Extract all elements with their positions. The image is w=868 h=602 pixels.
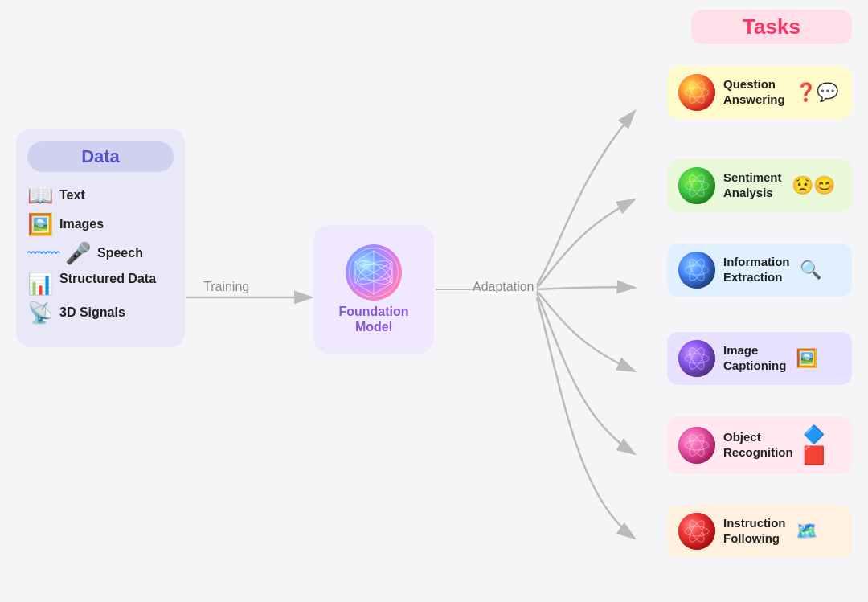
task-orb-or bbox=[678, 427, 715, 464]
if-icon: 🗺️ bbox=[796, 521, 817, 542]
svg-point-19 bbox=[678, 252, 715, 289]
wave-icon: 〰〰〰 bbox=[27, 247, 59, 260]
data-item-3d: 📡 3D Signals bbox=[27, 302, 174, 323]
task-card-if: InstructionFollowing 🗺️ bbox=[667, 505, 852, 558]
task-card-or: ObjectRecognition 🔷🟥 bbox=[667, 416, 852, 474]
training-label: Training bbox=[203, 280, 249, 294]
tasks-header-box: Tasks bbox=[691, 10, 852, 44]
tasks-header-label: Tasks bbox=[743, 14, 800, 39]
signal-icon: 📡 bbox=[27, 302, 53, 323]
data-item-images: 🖼️ Images bbox=[27, 214, 174, 235]
svg-point-31 bbox=[678, 513, 715, 550]
book-icon: 📖 bbox=[27, 185, 53, 206]
task-or-label: ObjectRecognition bbox=[723, 430, 793, 461]
task-orb-if bbox=[678, 513, 715, 550]
foundation-orb bbox=[346, 244, 402, 301]
task-orb-ie bbox=[678, 252, 715, 289]
chart-icon: 📊 bbox=[27, 273, 53, 294]
or-icon: 🔷🟥 bbox=[803, 424, 841, 466]
svg-point-15 bbox=[678, 167, 715, 204]
svg-point-9 bbox=[354, 256, 394, 289]
data-panel: Data 📖 Text 🖼️ Images 〰〰〰 🎤 Speech 📊 Str… bbox=[16, 129, 185, 347]
svg-point-23 bbox=[678, 340, 715, 377]
svg-line-7 bbox=[355, 262, 392, 283]
task-sa-label: SentimentAnalysis bbox=[723, 170, 782, 201]
sa-icon: 😟😊 bbox=[792, 175, 835, 196]
svg-point-3 bbox=[346, 244, 402, 301]
data-item-structured: 📊 Structured Data bbox=[27, 272, 174, 294]
task-orb-qa bbox=[678, 74, 715, 111]
task-orb-sa bbox=[678, 167, 715, 204]
task-card-sa: SentimentAnalysis 😟😊 bbox=[667, 159, 852, 212]
svg-point-11 bbox=[678, 74, 715, 111]
data-label: Data bbox=[27, 141, 174, 172]
images-icon: 🖼️ bbox=[27, 214, 53, 235]
task-card-ie: InformationExtraction 🔍 bbox=[667, 244, 852, 297]
task-orb-ic bbox=[678, 340, 715, 377]
task-card-qa: QuestionAnswering ❓💬 bbox=[667, 66, 852, 119]
foundation-label: Foundation Model bbox=[338, 304, 408, 334]
data-item-text: 📖 Text bbox=[27, 185, 174, 206]
task-qa-label: QuestionAnswering bbox=[723, 77, 785, 108]
ic-icon: 🖼️ bbox=[796, 348, 817, 369]
svg-point-10 bbox=[355, 264, 392, 281]
svg-point-27 bbox=[678, 427, 715, 464]
svg-line-6 bbox=[355, 262, 392, 283]
qa-icon: ❓💬 bbox=[795, 82, 838, 103]
mic-icon: 🎤 bbox=[65, 243, 91, 264]
adaptation-label: Adaptation bbox=[473, 280, 534, 294]
task-card-ic: ImageCaptioning 🖼️ bbox=[667, 332, 852, 385]
ie-icon: 🔍 bbox=[800, 260, 821, 281]
svg-marker-4 bbox=[355, 251, 392, 294]
task-if-label: InstructionFollowing bbox=[723, 516, 786, 547]
task-ic-label: ImageCaptioning bbox=[723, 343, 786, 374]
svg-point-8 bbox=[354, 256, 394, 289]
foundation-model-box: Foundation Model bbox=[313, 225, 434, 354]
data-item-speech: 〰〰〰 🎤 Speech bbox=[27, 243, 174, 264]
task-ie-label: InformationExtraction bbox=[723, 255, 790, 285]
